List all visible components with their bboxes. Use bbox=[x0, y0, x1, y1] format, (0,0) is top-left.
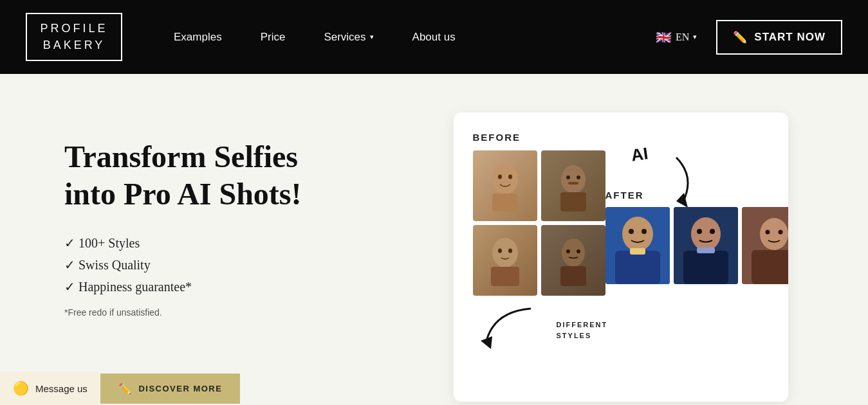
before-photo-2 bbox=[541, 150, 605, 221]
after-area: AFTER bbox=[605, 190, 788, 284]
before-label: BEFORE bbox=[473, 132, 605, 143]
hero-left-content: Transform Selfies into Pro AI Shots! ✓ 1… bbox=[64, 113, 386, 343]
hero-section: Transform Selfies into Pro AI Shots! ✓ 1… bbox=[0, 74, 868, 405]
svg-rect-8 bbox=[560, 192, 586, 212]
chat-button[interactable]: 🟡 Message us bbox=[0, 372, 100, 405]
nav-examples[interactable]: Examples bbox=[154, 31, 241, 44]
hero-footnote: *Free redo if unsatisfied. bbox=[64, 307, 386, 318]
lang-dropdown-icon: ▾ bbox=[693, 33, 697, 41]
language-selector[interactable]: 🇬🇧 EN ▾ bbox=[643, 30, 710, 45]
logo-text: PROFILE BAKERY bbox=[37, 21, 111, 53]
svg-rect-29 bbox=[697, 248, 715, 253]
face-svg-1 bbox=[486, 160, 524, 212]
feature-quality: ✓ Swiss Quality bbox=[64, 257, 386, 273]
svg-rect-23 bbox=[630, 248, 645, 255]
flag-icon: 🇬🇧 bbox=[656, 30, 672, 45]
svg-point-21 bbox=[642, 229, 647, 234]
curved-arrow-svg bbox=[479, 305, 537, 350]
chat-emoji: 🟡 bbox=[13, 381, 29, 396]
svg-point-11 bbox=[508, 249, 512, 253]
before-photo-4 bbox=[541, 225, 605, 296]
nav-price[interactable]: Price bbox=[241, 31, 305, 44]
svg-point-27 bbox=[710, 229, 715, 234]
navbar: PROFILE BAKERY Examples Price Services ▾… bbox=[0, 0, 868, 74]
feature-styles: ✓ 100+ Styles bbox=[64, 235, 386, 251]
after-face-svg-3 bbox=[742, 207, 788, 284]
svg-point-32 bbox=[765, 230, 770, 235]
before-grid bbox=[473, 150, 605, 296]
after-label: AFTER bbox=[605, 190, 788, 201]
nav-links: Examples Price Services ▾ About us bbox=[154, 31, 643, 44]
svg-point-25 bbox=[691, 217, 721, 251]
ba-bottom: DIFFERENTSTYLES bbox=[473, 296, 769, 350]
before-after-section: BEFORE bbox=[425, 113, 817, 402]
svg-rect-22 bbox=[615, 251, 660, 284]
face-svg-4 bbox=[554, 235, 593, 286]
svg-point-10 bbox=[498, 249, 502, 253]
svg-point-15 bbox=[577, 249, 580, 253]
different-styles-label: DIFFERENTSTYLES bbox=[557, 320, 608, 341]
svg-point-4 bbox=[561, 165, 586, 194]
svg-rect-7 bbox=[568, 182, 578, 184]
svg-rect-12 bbox=[491, 267, 519, 286]
after-photos bbox=[605, 207, 788, 284]
before-column: BEFORE bbox=[473, 132, 605, 296]
svg-point-0 bbox=[492, 164, 518, 195]
svg-point-19 bbox=[622, 217, 653, 251]
svg-point-5 bbox=[566, 176, 570, 179]
svg-point-2 bbox=[508, 175, 512, 179]
start-now-button[interactable]: ✏️ START NOW bbox=[716, 20, 842, 55]
ba-layout: BEFORE bbox=[473, 132, 769, 296]
after-photo-1 bbox=[605, 207, 670, 284]
after-photo-3 bbox=[742, 207, 788, 284]
svg-point-26 bbox=[697, 229, 702, 234]
feature-guarantee: ✓ Happiness guarantee* bbox=[64, 279, 386, 294]
hero-title: Transform Selfies into Pro AI Shots! bbox=[64, 138, 386, 212]
svg-point-6 bbox=[577, 176, 580, 179]
svg-point-31 bbox=[760, 218, 788, 250]
wand-icon: ✏️ bbox=[733, 30, 748, 44]
svg-point-14 bbox=[566, 249, 570, 253]
svg-rect-34 bbox=[752, 250, 788, 284]
wand-discover-icon: ✏️ bbox=[118, 382, 133, 395]
nav-about[interactable]: About us bbox=[393, 31, 475, 44]
language-label: EN bbox=[676, 32, 689, 43]
svg-rect-16 bbox=[560, 266, 586, 286]
svg-point-33 bbox=[778, 230, 782, 235]
svg-rect-3 bbox=[492, 194, 518, 212]
start-now-label: START NOW bbox=[754, 31, 826, 44]
chat-label: Message us bbox=[35, 383, 88, 394]
discover-more-button[interactable]: ✏️ DISCOVER MORE bbox=[100, 374, 241, 404]
svg-point-20 bbox=[629, 229, 634, 234]
hero-features-list: ✓ 100+ Styles ✓ Swiss Quality ✓ Happines… bbox=[64, 235, 386, 294]
before-photo-3 bbox=[473, 225, 537, 296]
after-face-svg-1 bbox=[605, 207, 670, 284]
bottom-bar: 🟡 Message us ✏️ DISCOVER MORE bbox=[0, 372, 240, 405]
nav-services[interactable]: Services ▾ bbox=[304, 31, 392, 44]
logo[interactable]: PROFILE BAKERY bbox=[26, 13, 122, 60]
svg-point-13 bbox=[562, 239, 585, 267]
after-photo-2 bbox=[674, 207, 738, 284]
services-dropdown-icon: ▾ bbox=[370, 33, 374, 41]
face-svg-3 bbox=[486, 235, 524, 286]
discover-label: DISCOVER MORE bbox=[138, 384, 222, 393]
ba-card: BEFORE bbox=[454, 113, 788, 402]
face-svg-2 bbox=[554, 160, 593, 212]
before-photo-1 bbox=[473, 150, 537, 221]
svg-point-1 bbox=[498, 175, 502, 179]
svg-rect-28 bbox=[683, 251, 728, 284]
svg-point-9 bbox=[492, 238, 518, 267]
after-face-svg-2 bbox=[674, 207, 738, 284]
